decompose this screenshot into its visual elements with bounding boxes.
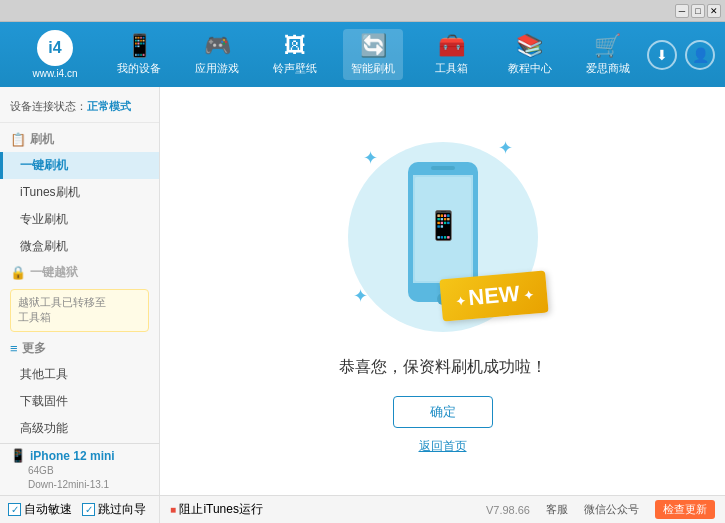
sidebar-item-download-fw[interactable]: 下载固件 <box>0 388 159 415</box>
device-model: Down-12mini-13.1 <box>28 479 109 490</box>
nav-mall[interactable]: 🛒 爱思商城 <box>578 29 638 80</box>
nav-tutorial[interactable]: 📚 教程中心 <box>500 29 560 80</box>
device-status: 设备连接状态：正常模式 <box>0 95 159 123</box>
lock-icon: 🔒 <box>10 265 26 280</box>
minimize-button[interactable]: ─ <box>675 4 689 18</box>
service-link[interactable]: 客服 <box>546 502 568 517</box>
sparkle-tr: ✦ <box>498 137 513 159</box>
mall-icon: 🛒 <box>594 33 621 59</box>
nav-mall-label: 爱思商城 <box>586 61 630 76</box>
logo-area: i4 www.i4.cn <box>10 30 100 79</box>
main-body: 设备连接状态：正常模式 📋 刷机 一键刷机 iTunes刷机 专业刷机 微盒刷机… <box>0 87 725 495</box>
download-button[interactable]: ⬇ <box>647 40 677 70</box>
title-bar: ─ □ ✕ <box>0 0 725 22</box>
skip-wizard-checkbox[interactable]: ✓ 跳过向导 <box>82 501 146 518</box>
skip-wizard-label: 跳过向导 <box>98 501 146 518</box>
nav-toolbox[interactable]: 🧰 工具箱 <box>422 29 482 80</box>
main-content: ✦ ✦ ✦ 📱 NEW 恭喜您，保资料刷机成功啦！ 确定 返回首页 <box>160 87 725 495</box>
flash-group-icon: 📋 <box>10 132 26 147</box>
version-text: V7.98.66 <box>486 504 530 516</box>
new-badge: NEW <box>440 270 549 321</box>
wallpaper-icon: 🖼 <box>284 33 306 59</box>
wechat-link[interactable]: 微信公众号 <box>584 502 639 517</box>
nav-wallpaper-label: 铃声壁纸 <box>273 61 317 76</box>
device-storage: 64GB <box>28 465 54 476</box>
sidebar-group-flash: 📋 刷机 <box>0 127 159 152</box>
header: i4 www.i4.cn 📱 我的设备 🎮 应用游戏 🖼 铃声壁纸 🔄 智能刷机… <box>0 22 725 87</box>
bottom-main: ■ 阻止iTunes运行 V7.98.66 客服 微信公众号 检查更新 <box>160 496 725 523</box>
skip-wizard-cb-icon: ✓ <box>82 503 95 516</box>
jailbreak-note: 越狱工具已转移至工具箱 <box>10 289 149 332</box>
smart-flash-icon: 🔄 <box>360 33 387 59</box>
device-strip: 📱 iPhone 12 mini 64GB Down-12mini-13.1 <box>0 443 160 495</box>
toolbox-icon: 🧰 <box>438 33 465 59</box>
svg-text:📱: 📱 <box>425 209 460 242</box>
itunes-status-label: 阻止iTunes运行 <box>179 502 263 516</box>
sidebar-item-advanced[interactable]: 高级功能 <box>0 415 159 442</box>
sidebar: 设备连接状态：正常模式 📋 刷机 一键刷机 iTunes刷机 专业刷机 微盒刷机… <box>0 87 160 495</box>
auto-speed-cb-icon: ✓ <box>8 503 21 516</box>
auto-speed-label: 自动敏速 <box>24 501 72 518</box>
success-graphic: ✦ ✦ ✦ 📱 NEW <box>343 127 543 347</box>
sparkle-tl: ✦ <box>363 147 378 169</box>
nav-smart-flash-label: 智能刷机 <box>351 61 395 76</box>
nav-bar: 📱 我的设备 🎮 应用游戏 🖼 铃声壁纸 🔄 智能刷机 🧰 工具箱 📚 教程中心… <box>100 29 647 80</box>
bottom-checkboxes: ✓ 自动敏速 ✓ 跳过向导 <box>8 501 151 518</box>
phone-icon-small: 📱 <box>10 448 26 463</box>
sidebar-item-pro-flash[interactable]: 专业刷机 <box>0 206 159 233</box>
itunes-status[interactable]: ■ 阻止iTunes运行 <box>170 501 263 518</box>
nav-toolbox-label: 工具箱 <box>435 61 468 76</box>
apps-games-icon: 🎮 <box>204 33 231 59</box>
success-message: 恭喜您，保资料刷机成功啦！ <box>339 357 547 378</box>
stop-icon: ■ <box>170 504 176 515</box>
nav-tutorial-label: 教程中心 <box>508 61 552 76</box>
bottom-right-links: V7.98.66 客服 微信公众号 检查更新 <box>486 500 715 519</box>
user-button[interactable]: 👤 <box>685 40 715 70</box>
confirm-button[interactable]: 确定 <box>393 396 493 428</box>
sidebar-group-more: ≡ 更多 <box>0 336 159 361</box>
update-button[interactable]: 检查更新 <box>655 500 715 519</box>
nav-my-device[interactable]: 📱 我的设备 <box>109 29 169 80</box>
device-name: iPhone 12 mini <box>30 449 115 463</box>
nav-wallpaper[interactable]: 🖼 铃声壁纸 <box>265 29 325 80</box>
sidebar-group-jailbreak: 🔒 一键越狱 <box>0 260 159 285</box>
back-home-link[interactable]: 返回首页 <box>419 438 467 455</box>
nav-smart-flash[interactable]: 🔄 智能刷机 <box>343 29 403 80</box>
sidebar-item-other-tools[interactable]: 其他工具 <box>0 361 159 388</box>
header-right: ⬇ 👤 <box>647 40 715 70</box>
sidebar-item-one-key-flash[interactable]: 一键刷机 <box>0 152 159 179</box>
bottom-sidebar: ✓ 自动敏速 ✓ 跳过向导 <box>0 496 160 523</box>
auto-speed-checkbox[interactable]: ✓ 自动敏速 <box>8 501 72 518</box>
tutorial-icon: 📚 <box>516 33 543 59</box>
sparkle-bl: ✦ <box>353 285 368 307</box>
sidebar-item-itunes-flash[interactable]: iTunes刷机 <box>0 179 159 206</box>
my-device-icon: 📱 <box>126 33 153 59</box>
close-button[interactable]: ✕ <box>707 4 721 18</box>
maximize-button[interactable]: □ <box>691 4 705 18</box>
logo-icon: i4 <box>37 30 73 66</box>
more-group-icon: ≡ <box>10 341 18 356</box>
nav-apps-games[interactable]: 🎮 应用游戏 <box>187 29 247 80</box>
sidebar-item-save-flash[interactable]: 微盒刷机 <box>0 233 159 260</box>
nav-apps-games-label: 应用游戏 <box>195 61 239 76</box>
bottom-bar: ✓ 自动敏速 ✓ 跳过向导 ■ 阻止iTunes运行 V7.98.66 客服 微… <box>0 495 725 523</box>
svg-rect-3 <box>431 166 455 170</box>
nav-my-device-label: 我的设备 <box>117 61 161 76</box>
logo-text: www.i4.cn <box>32 68 77 79</box>
